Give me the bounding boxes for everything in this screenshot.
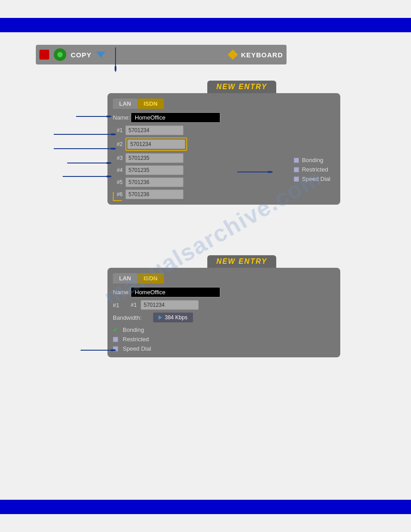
panel1-name-input[interactable] bbox=[131, 112, 220, 123]
panel2-option-bonding: ✓ Bonding bbox=[113, 326, 335, 333]
panel2-body: LAN ISDN Name: #1 #1 Bandwidth: 384 Kbps… bbox=[107, 268, 340, 357]
panel2-tab-lan[interactable]: LAN bbox=[113, 273, 137, 283]
blue-bar-top bbox=[0, 18, 411, 32]
toolbar: COPY KEYBOARD bbox=[36, 45, 287, 64]
panel2-tabs: LAN ISDN bbox=[113, 273, 335, 283]
panel2-name-row: Name: bbox=[113, 287, 335, 297]
panel2-option-speeddial: Speed Dial bbox=[113, 345, 335, 352]
panel1-num-label-4: #4 bbox=[113, 167, 123, 173]
copy-label: COPY bbox=[71, 51, 92, 59]
panel2-name-input[interactable] bbox=[131, 287, 220, 297]
panel1-yellow-border-2 bbox=[125, 137, 187, 151]
diamond-icon bbox=[228, 50, 238, 60]
panel2-option-label-speeddial: Speed Dial bbox=[123, 345, 151, 352]
panel2-options: ✓ Bonding Restricted Speed Dial bbox=[113, 326, 335, 352]
panel1-tabs: LAN ISDN bbox=[113, 99, 335, 109]
panel1-yellow-bracket bbox=[113, 192, 122, 201]
panel1-option-label-restricted: Restricted bbox=[302, 166, 328, 173]
panel1-checkbox-bonding[interactable] bbox=[294, 158, 299, 163]
panel2-option-label-restricted: Restricted bbox=[123, 336, 149, 343]
keyboard-label: KEYBOARD bbox=[241, 51, 283, 59]
panel2-num-label: #1 bbox=[131, 302, 141, 308]
panel2-checkbox-restricted[interactable] bbox=[113, 337, 118, 342]
panel2-bandwidth-btn[interactable]: 384 Kbps bbox=[153, 313, 193, 322]
panel1-number-input-4[interactable] bbox=[125, 165, 184, 175]
panel1-new-entry-tab: NEW ENTRY bbox=[207, 81, 276, 93]
panel1-option-speeddial: Speed Dial bbox=[294, 176, 330, 182]
panel2-bandwidth-value: 384 Kbps bbox=[165, 314, 188, 321]
panel1-container: NEW ENTRY LAN ISDN Name: #1 #2 bbox=[107, 81, 340, 205]
panel2-bandwidth-label: Bandwidth: bbox=[113, 314, 153, 321]
panel2-bandwidth-row: Bandwidth: 384 Kbps bbox=[113, 313, 335, 322]
panel1-option-label-speeddial: Speed Dial bbox=[302, 176, 330, 182]
panel1-checkbox-restricted[interactable] bbox=[294, 167, 299, 172]
panel1-option-label-bonding: Bonding bbox=[302, 157, 323, 163]
panel2-new-entry-tab: NEW ENTRY bbox=[207, 255, 276, 268]
panel2-tab-isdn[interactable]: ISDN bbox=[137, 273, 164, 283]
arrow-to-number2 bbox=[54, 133, 116, 135]
panel1-tab-lan[interactable]: LAN bbox=[113, 99, 137, 109]
panel1-number-input-3[interactable] bbox=[125, 153, 184, 163]
panel1-name-row: Name: bbox=[113, 112, 335, 123]
arrow-to-isdn-tab bbox=[76, 116, 112, 117]
blue-bar-bottom bbox=[0, 500, 411, 514]
panel2-option-restricted: Restricted bbox=[113, 336, 335, 343]
panel1-options: Bonding Restricted Speed Dial bbox=[294, 157, 330, 182]
arrow-to-number5 bbox=[63, 176, 112, 177]
panel1-number-row-1: #1 bbox=[113, 125, 335, 135]
panel2-number-row: #1 #1 bbox=[113, 300, 335, 310]
panel2-option-label-bonding: Bonding bbox=[123, 326, 144, 333]
bandwidth-arrow-icon bbox=[158, 315, 162, 320]
panel1-num-label-3: #3 bbox=[113, 155, 123, 161]
panel1-num-label-5: #5 bbox=[113, 179, 123, 185]
panel2-container: NEW ENTRY LAN ISDN Name: #1 #1 Bandwidth… bbox=[107, 255, 340, 357]
panel1-number-input-6[interactable] bbox=[125, 189, 184, 199]
panel2-number-label: #1 bbox=[113, 302, 131, 309]
panel1-number-input-2[interactable] bbox=[127, 139, 185, 149]
panel1-number-input-5[interactable] bbox=[125, 177, 184, 187]
panel1-number-row-6: #6 bbox=[113, 189, 335, 199]
panel2-checkbox-speeddial[interactable] bbox=[113, 346, 118, 352]
panel2-name-label: Name: bbox=[113, 289, 131, 296]
panel1-number-input-1[interactable] bbox=[125, 125, 184, 135]
panel2-number-input[interactable] bbox=[141, 300, 199, 310]
panel1-num-label-2: #2 bbox=[113, 141, 123, 147]
red-button[interactable] bbox=[39, 50, 49, 60]
panel1-body: LAN ISDN Name: #1 #2 bbox=[107, 93, 340, 205]
panel1-option-restricted: Restricted bbox=[294, 166, 330, 173]
panel1-numbers-section: #1 #2 #3 #4 #5 bbox=[113, 125, 335, 199]
panel1-number-row-2: #2 bbox=[113, 137, 335, 151]
panel1-num-label-1: #1 bbox=[113, 127, 123, 133]
dropdown-triangle[interactable] bbox=[96, 51, 105, 58]
arrow-to-number4 bbox=[67, 162, 112, 164]
green-button[interactable] bbox=[54, 48, 66, 61]
arrow-to-number3 bbox=[54, 148, 116, 150]
panel1-name-label: Name: bbox=[113, 114, 131, 121]
panel1-option-bonding: Bonding bbox=[294, 157, 330, 163]
panel2-checkmark-bonding: ✓ bbox=[113, 326, 118, 333]
svg-marker-1 bbox=[115, 66, 116, 72]
panel1-tab-isdn[interactable]: ISDN bbox=[137, 99, 164, 109]
panel1-checkbox-speeddial[interactable] bbox=[294, 176, 299, 182]
